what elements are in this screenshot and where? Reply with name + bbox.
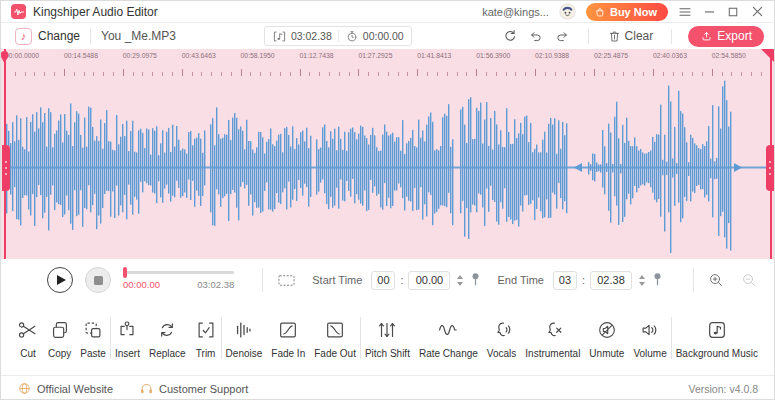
clear-button[interactable]: Clear bbox=[605, 27, 656, 46]
tool-pitch-shift[interactable]: Pitch Shift bbox=[363, 317, 412, 359]
zoom-in-button[interactable] bbox=[708, 272, 725, 289]
start-minutes-input[interactable] bbox=[371, 271, 395, 290]
account-email[interactable]: kate@kings... bbox=[482, 6, 549, 18]
tool-instrumental[interactable]: Instrumental bbox=[523, 317, 582, 359]
playback-slider: 00:00.00 03:02.38 bbox=[123, 271, 234, 290]
denoise-icon bbox=[233, 317, 255, 343]
end-time-stepper[interactable] bbox=[639, 275, 645, 286]
volume-icon bbox=[639, 317, 661, 343]
end-seconds-input[interactable] bbox=[590, 271, 632, 290]
tool-label: Denoise bbox=[226, 348, 263, 359]
tool-paste[interactable]: Paste bbox=[78, 317, 108, 359]
tool-fade-in[interactable]: Fade In bbox=[269, 317, 307, 359]
tool-cut[interactable]: Cut bbox=[15, 317, 41, 359]
tool-group: CutCopyPaste bbox=[15, 317, 108, 359]
maximize-button[interactable] bbox=[726, 5, 740, 19]
tool-insert[interactable]: Insert bbox=[113, 317, 142, 359]
unmute-icon bbox=[596, 317, 618, 343]
reset-button[interactable] bbox=[500, 26, 520, 46]
background-music-icon bbox=[706, 317, 728, 343]
shopping-bag-icon bbox=[594, 6, 606, 18]
start-seconds-input[interactable] bbox=[408, 271, 450, 290]
divider bbox=[588, 29, 589, 44]
export-button[interactable]: Export bbox=[688, 26, 764, 47]
transport-bar: 00:00.00 03:02.38 Start Time : End Time … bbox=[1, 259, 774, 301]
ruler-timestamp: 00:00.0000 bbox=[5, 52, 39, 59]
tool-trim[interactable]: Trim bbox=[193, 317, 219, 359]
zoom-out-button[interactable] bbox=[741, 272, 758, 289]
divider bbox=[671, 29, 672, 44]
change-file-button[interactable]: Change bbox=[38, 29, 80, 43]
menu-icon[interactable] bbox=[678, 5, 692, 19]
undo-button[interactable] bbox=[526, 26, 546, 46]
elapsed-time: 00:00.00 bbox=[123, 279, 160, 290]
tool-label: Trim bbox=[196, 348, 216, 359]
rate-change-icon bbox=[437, 317, 459, 343]
minimize-button[interactable] bbox=[702, 5, 716, 19]
tool-label: Volume bbox=[633, 348, 666, 359]
tool-label: Fade In bbox=[271, 348, 305, 359]
vocals-icon bbox=[491, 317, 513, 343]
pitch-shift-icon bbox=[376, 317, 398, 343]
playhead-pin-icon bbox=[0, 50, 10, 65]
ruler-timestamp: 02:54.5850 bbox=[712, 52, 746, 59]
close-button[interactable] bbox=[750, 5, 764, 19]
redo-button[interactable] bbox=[552, 26, 572, 46]
cut-icon bbox=[17, 317, 39, 343]
end-time-label: End Time bbox=[497, 274, 543, 286]
tool-label: Fade Out bbox=[314, 348, 356, 359]
colon: : bbox=[400, 274, 403, 286]
tool-label: Insert bbox=[115, 348, 140, 359]
selection-start-handle[interactable] bbox=[2, 145, 10, 191]
stop-button[interactable] bbox=[85, 267, 111, 293]
stop-icon bbox=[94, 276, 103, 285]
ruler-tick bbox=[358, 69, 359, 76]
end-minutes-input[interactable] bbox=[553, 271, 577, 290]
tool-label: Replace bbox=[149, 348, 186, 359]
tool-replace[interactable]: Replace bbox=[147, 317, 188, 359]
ruler-timestamp: 01:41.8413 bbox=[417, 52, 451, 59]
selection-region-icon[interactable] bbox=[277, 271, 296, 290]
tool-label: Vocals bbox=[487, 348, 516, 359]
file-toolbar: ♪ Change You _Me.MP3 03:02.38 00:00.00 C… bbox=[1, 23, 774, 49]
tool-vocals[interactable]: Vocals bbox=[485, 317, 518, 359]
ruler-tick bbox=[64, 69, 65, 76]
time-ruler[interactable]: 00:00.000000:14.548800:29.097500:43.6463… bbox=[1, 49, 774, 76]
tool-group: DenoiseFade InFade Out bbox=[224, 317, 358, 359]
buy-now-button[interactable]: Buy Now bbox=[586, 3, 668, 21]
export-upload-icon bbox=[700, 30, 713, 43]
divider bbox=[693, 268, 694, 292]
title-bar: Kingshiper Audio Editor kate@kings... Bu… bbox=[1, 1, 774, 23]
start-marker-pin-icon[interactable] bbox=[470, 272, 481, 288]
total-duration: 03:02.38 bbox=[272, 29, 332, 44]
tool-group: Pitch ShiftRate ChangeVocalsInstrumental… bbox=[363, 317, 669, 359]
end-marker-pin-icon[interactable] bbox=[652, 272, 663, 288]
selection-end-handle[interactable] bbox=[766, 145, 774, 191]
tool-denoise[interactable]: Denoise bbox=[224, 317, 265, 359]
tool-unmute[interactable]: Unmute bbox=[587, 317, 626, 359]
user-avatar[interactable] bbox=[559, 3, 576, 20]
play-button[interactable] bbox=[47, 267, 73, 293]
tool-fade-out[interactable]: Fade Out bbox=[312, 317, 358, 359]
ruler-timestamp: 00:58.1950 bbox=[241, 52, 275, 59]
tool-rate-change[interactable]: Rate Change bbox=[417, 317, 480, 359]
ruler-timestamp: 01:56.3900 bbox=[476, 52, 510, 59]
start-time-stepper[interactable] bbox=[457, 275, 463, 286]
tool-label: Rate Change bbox=[419, 348, 478, 359]
tool-label: Unmute bbox=[589, 348, 624, 359]
ruler-tick bbox=[123, 69, 124, 76]
tool-volume[interactable]: Volume bbox=[631, 317, 668, 359]
edit-tools-bar: CutCopyPasteInsertReplaceTrimDenoiseFade… bbox=[1, 301, 774, 375]
current-filename: You _Me.MP3 bbox=[101, 29, 176, 43]
waveform-canvas[interactable] bbox=[1, 76, 775, 259]
customer-support-link[interactable]: Customer Support bbox=[139, 381, 248, 396]
ruler-timestamp: 01:27.2925 bbox=[358, 52, 392, 59]
slider-handle[interactable] bbox=[123, 267, 127, 278]
divider bbox=[110, 317, 111, 359]
tool-copy[interactable]: Copy bbox=[46, 317, 73, 359]
tool-background-music[interactable]: Background Music bbox=[674, 317, 760, 359]
official-website-link[interactable]: Official Website bbox=[17, 381, 113, 396]
ruler-timestamp: 00:29.0975 bbox=[123, 52, 157, 59]
divider bbox=[262, 268, 263, 292]
slider-track[interactable] bbox=[123, 271, 234, 274]
